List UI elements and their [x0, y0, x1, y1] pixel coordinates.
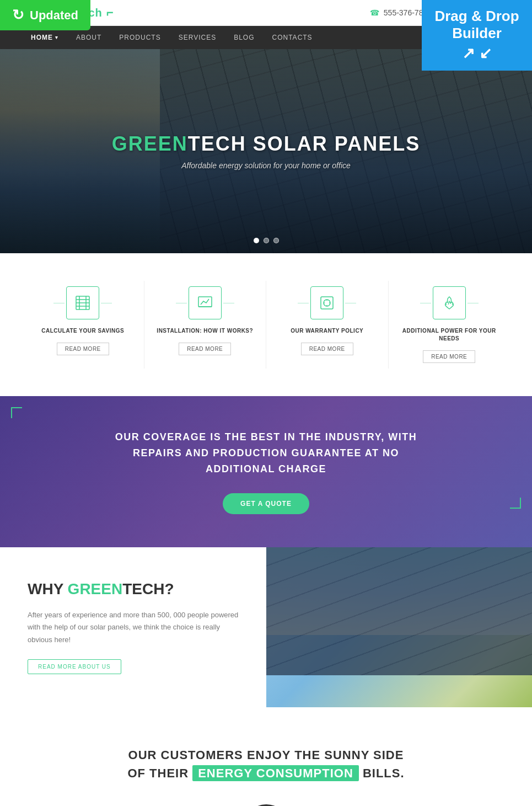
dnd-line1: Drag & Drop	[434, 8, 519, 24]
corner-br	[510, 498, 521, 509]
hero-title-rest: TECH SOLAR PANELS	[188, 132, 420, 155]
hero-section: GREENTECH SOLAR PANELS Affordable energy…	[0, 49, 532, 253]
feature-power: ADDITIONAL POWER FOR YOUR NEEDS READ MOR…	[389, 281, 510, 369]
get-quote-button[interactable]: GET A QUOTE	[223, 493, 309, 514]
hero-dots	[254, 238, 279, 243]
read-more-power[interactable]: READ MORE	[423, 350, 475, 363]
feature-installation: INSTALLATION: HOW IT WORKS? READ MORE	[144, 281, 267, 369]
testimonial-heading: OUR CUSTOMERS ENJOY THE SUNNY SIDE OF TH…	[22, 746, 510, 782]
read-more-warranty[interactable]: READ MORE	[301, 343, 353, 355]
hero-dot-3[interactable]	[273, 238, 279, 243]
why-section: WHY GREENTECH? After years of experience…	[0, 547, 532, 707]
feature-icon-power	[433, 286, 466, 319]
hero-dot-1[interactable]	[254, 238, 259, 243]
svg-rect-8	[321, 297, 333, 309]
hero-title-green: GREEN	[112, 132, 188, 155]
nav-item-contacts[interactable]: CONTACTS	[264, 26, 321, 49]
coverage-banner: OUR COVERAGE IS THE BEST IN THE INDUSTRY…	[0, 396, 532, 547]
nav-item-blog[interactable]: BLOG	[225, 26, 263, 49]
heading-mid-pre: OF THEIR	[127, 766, 192, 780]
feature-warranty: OUR WARRANTY POLICY READ MORE	[266, 281, 389, 369]
hero-content: GREENTECH SOLAR PANELS Affordable energy…	[112, 132, 420, 170]
testimonial-section: OUR CUSTOMERS ENJOY THE SUNNY SIDE OF TH…	[0, 707, 532, 806]
why-title-green: GREEN	[68, 580, 123, 597]
why-text: After years of experience and more than …	[28, 609, 239, 645]
dnd-badge: Drag & Drop Builder ↗ ↙	[422, 0, 532, 71]
why-content: WHY GREENTECH? After years of experience…	[0, 547, 266, 707]
coverage-text: OUR COVERAGE IS THE BEST IN THE INDUSTRY…	[101, 429, 432, 477]
nav-item-services[interactable]: SERVICES	[170, 26, 225, 49]
feature-label-installation: INSTALLATION: HOW IT WORKS?	[157, 327, 253, 335]
feature-label-warranty: OUR WARRANTY POLICY	[291, 327, 363, 335]
why-solar-visual	[266, 547, 533, 675]
read-more-savings[interactable]: READ MORE	[57, 343, 109, 355]
corner-tl	[11, 407, 22, 418]
hero-subtitle: Affordable energy solution for your home…	[112, 161, 420, 170]
dnd-line2: Builder	[452, 25, 502, 41]
read-more-installation[interactable]: READ MORE	[179, 343, 231, 355]
heading-post: BILLS.	[359, 766, 405, 780]
updated-label: Updated	[30, 8, 78, 23]
feature-icon-warranty	[310, 286, 343, 319]
nav-arrow-icon: ▾	[55, 35, 58, 40]
arrows-icon: ↗ ↙	[432, 44, 522, 63]
feature-icon-installation	[189, 286, 222, 319]
features-strip: CALCULATE YOUR SAVINGS READ MORE INSTALL…	[0, 253, 532, 396]
logo-bracket2: ¬	[106, 6, 114, 20]
feature-label-power: ADDITIONAL POWER FOR YOUR NEEDS	[400, 327, 499, 343]
feature-label-savings: CALCULATE YOUR SAVINGS	[41, 327, 124, 335]
feature-icon-savings	[66, 286, 99, 319]
hero-dot-2[interactable]	[264, 238, 269, 243]
why-read-more-button[interactable]: READ MORE ABOUT US	[28, 659, 121, 674]
nav-item-products[interactable]: PRODUCTS	[110, 26, 169, 49]
why-title-pre: WHY	[28, 580, 68, 597]
hero-title: GREENTECH SOLAR PANELS	[112, 132, 420, 156]
refresh-icon: ↻	[12, 7, 24, 24]
phone-icon: ☎	[370, 8, 379, 17]
updated-badge: ↻ Updated	[0, 0, 90, 30]
why-title-rest: TECH?	[122, 580, 174, 597]
heading-highlight: ENERGY CONSUMPTION	[192, 765, 359, 781]
heading-pre: OUR CUSTOMERS ENJOY THE SUNNY SIDE	[128, 748, 404, 762]
why-title: WHY GREENTECH?	[28, 580, 239, 598]
why-image	[266, 547, 533, 707]
feature-savings: CALCULATE YOUR SAVINGS READ MORE	[22, 281, 144, 369]
